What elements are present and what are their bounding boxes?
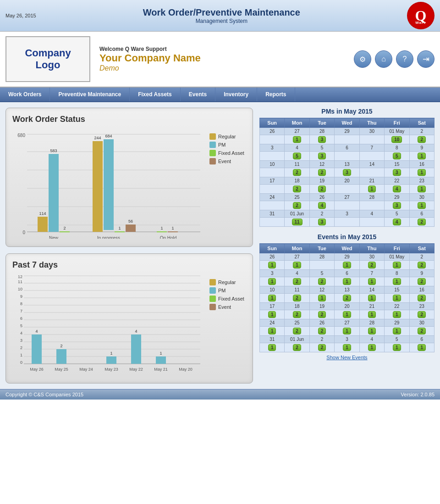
cal-badge[interactable]: 1 bbox=[418, 153, 426, 159]
cal-badge[interactable]: 2 bbox=[318, 186, 326, 192]
qware-text: Ware bbox=[415, 21, 426, 25]
cal-badge[interactable]: 5 bbox=[393, 153, 401, 159]
settings-button[interactable]: ⚙ bbox=[354, 50, 371, 68]
company-name: Your Company Name bbox=[99, 52, 354, 64]
home-button[interactable]: ⌂ bbox=[375, 50, 392, 68]
cal-badge[interactable]: 2 bbox=[418, 219, 426, 225]
cal-cell: 1 bbox=[260, 261, 285, 270]
help-button[interactable]: ? bbox=[396, 50, 413, 68]
cal-badge[interactable]: 2 bbox=[293, 202, 301, 209]
cal-badge[interactable]: 1 bbox=[393, 278, 401, 285]
cal-badge[interactable]: 1 bbox=[268, 344, 276, 351]
cal-badge[interactable]: 3 bbox=[393, 169, 401, 176]
cal-badge[interactable]: 2 bbox=[293, 328, 301, 334]
cal-date: 01 May bbox=[385, 253, 409, 261]
cal-badge[interactable]: 4 bbox=[318, 202, 326, 209]
cal-badge[interactable]: 3 bbox=[318, 136, 326, 143]
cal-badge[interactable]: 3 bbox=[343, 169, 351, 176]
cal-badge[interactable]: 1 bbox=[268, 295, 276, 301]
cal-badge[interactable]: 2 bbox=[418, 278, 426, 285]
cal-badge[interactable]: 1 bbox=[268, 328, 276, 334]
nav-work-orders[interactable]: Work Orders bbox=[0, 88, 50, 101]
cal-date: 5 bbox=[309, 270, 334, 277]
cal-badge[interactable]: 4 bbox=[393, 219, 401, 225]
cal-badge[interactable]: 2 bbox=[293, 295, 301, 301]
cal-badge[interactable]: 3 bbox=[318, 153, 326, 159]
bar-new-fixed bbox=[60, 231, 70, 232]
cal-badge[interactable]: 2 bbox=[418, 262, 426, 268]
pms-calendar-section: PMs in May 2015 Sun Mon Tue Wed Thu Fri … bbox=[259, 108, 434, 227]
nav-inventory[interactable]: Inventory bbox=[215, 88, 257, 101]
cal-badge[interactable]: 3 bbox=[318, 219, 326, 225]
cal-badge[interactable]: 2 bbox=[293, 311, 301, 318]
cal-badge[interactable]: 2 bbox=[293, 278, 301, 285]
cal-badge[interactable]: 2 bbox=[318, 169, 326, 176]
cal-badge[interactable]: 1 bbox=[268, 278, 276, 285]
cal-badge[interactable]: 1 bbox=[418, 186, 426, 192]
cal-badge[interactable]: 1 bbox=[343, 311, 351, 318]
nav-events[interactable]: Events bbox=[181, 88, 215, 101]
cal-badge[interactable]: 1 bbox=[368, 311, 376, 318]
nav-preventive-maintenance[interactable]: Preventive Maintenance bbox=[50, 88, 130, 101]
cal-badge[interactable]: 1 bbox=[368, 344, 376, 351]
cal-badge[interactable]: 1 bbox=[393, 262, 401, 268]
cal-badge[interactable]: 1 bbox=[343, 328, 351, 334]
cal-badge[interactable]: 2 bbox=[418, 311, 426, 318]
past7-legend-event: Event bbox=[209, 304, 251, 310]
cal-badge[interactable]: 10 bbox=[391, 136, 402, 143]
cal-badge[interactable]: 5 bbox=[293, 153, 301, 159]
cal-badge[interactable]: 1 bbox=[368, 186, 376, 192]
cal-badge[interactable]: 2 bbox=[318, 311, 326, 318]
bar-inprog-pm bbox=[104, 139, 114, 230]
nav-reports[interactable]: Reports bbox=[257, 88, 295, 101]
chart-wrapper: 680 0 114 bbox=[12, 129, 246, 240]
cal-badge[interactable]: 1 bbox=[268, 311, 276, 318]
cal-cell: 1 bbox=[385, 277, 409, 286]
cal-badge[interactable]: 1 bbox=[343, 262, 351, 268]
cal-badge[interactable]: 1 bbox=[393, 344, 401, 351]
cal-badge[interactable]: 2 bbox=[343, 295, 351, 301]
cal-badge[interactable]: 2 bbox=[293, 344, 301, 351]
cal-badge[interactable]: 2 bbox=[418, 328, 426, 334]
cal-badge[interactable]: 4 bbox=[393, 186, 401, 192]
cal-cell: 2 bbox=[309, 343, 334, 352]
cal-badge[interactable]: 2 bbox=[418, 295, 426, 301]
cal-badge[interactable]: 1 bbox=[393, 328, 401, 334]
cal-badge[interactable]: 2 bbox=[368, 262, 376, 268]
cal-badge[interactable]: 1 bbox=[318, 295, 326, 301]
cal-badge[interactable]: 2 bbox=[418, 136, 426, 143]
cal-date: 28 bbox=[359, 319, 384, 327]
show-new-events-link[interactable]: Show New Events bbox=[326, 355, 367, 360]
cal-badge[interactable]: 1 bbox=[418, 202, 426, 209]
bar-onhold-fixed bbox=[157, 231, 167, 232]
cal-badge[interactable]: 1 bbox=[268, 262, 276, 268]
cal-badge[interactable]: 1 bbox=[368, 278, 376, 285]
cal-badge[interactable]: 1 bbox=[368, 295, 376, 301]
logout-button[interactable]: ⇥ bbox=[417, 50, 434, 68]
table-row: 1 2 2 1 1 1 2 bbox=[260, 310, 434, 319]
cal-badge[interactable]: 1 bbox=[368, 328, 376, 334]
cal-badge[interactable]: 2 bbox=[318, 278, 326, 285]
past7-legend-regular: Regular bbox=[209, 279, 251, 285]
cal-cell: 2 bbox=[285, 294, 309, 303]
cal-badge[interactable]: 1 bbox=[393, 311, 401, 318]
cal-cell: 1 bbox=[409, 343, 434, 352]
nav-fixed-assets[interactable]: Fixed Assets bbox=[130, 88, 181, 101]
cal-badge[interactable]: 3 bbox=[393, 202, 401, 209]
cal-badge[interactable]: 1 bbox=[343, 278, 351, 285]
cal-badge[interactable]: 1 bbox=[418, 169, 426, 176]
cal-badge[interactable]: 1 bbox=[418, 344, 426, 351]
cal-badge[interactable]: 1 bbox=[293, 136, 301, 143]
cal-badge[interactable]: 2 bbox=[293, 169, 301, 176]
cal-date: 4 bbox=[359, 336, 384, 343]
svg-text:10: 10 bbox=[18, 287, 22, 291]
cal-badge[interactable]: 2 bbox=[318, 344, 326, 351]
cal-badge[interactable]: 1 bbox=[343, 344, 351, 351]
cal-date: 29 bbox=[385, 194, 409, 201]
cal-badge[interactable]: 1 bbox=[393, 295, 401, 301]
cal-badge[interactable]: 11 bbox=[292, 219, 302, 225]
cal-badge[interactable]: 1 bbox=[293, 262, 301, 268]
cal-badge[interactable]: 2 bbox=[293, 186, 301, 192]
events-calendar-title: Events in May 2015 bbox=[259, 233, 434, 241]
cal-badge[interactable]: 2 bbox=[318, 328, 326, 334]
